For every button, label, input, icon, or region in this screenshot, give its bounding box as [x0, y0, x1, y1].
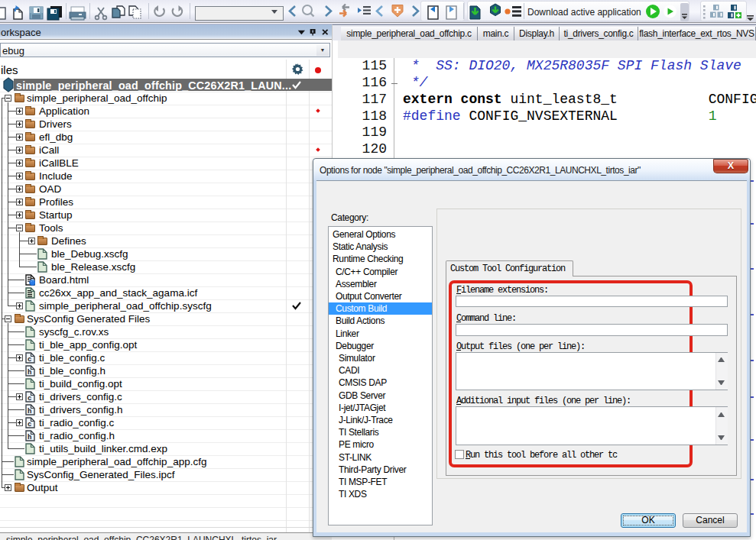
- svg-text:c: c: [28, 356, 31, 364]
- svg-text:h: h: [28, 408, 31, 416]
- svg-text:h: h: [28, 434, 31, 441]
- svg-text:c: c: [28, 395, 31, 403]
- svg-text:c: c: [28, 421, 31, 428]
- svg-text:h: h: [28, 369, 31, 377]
